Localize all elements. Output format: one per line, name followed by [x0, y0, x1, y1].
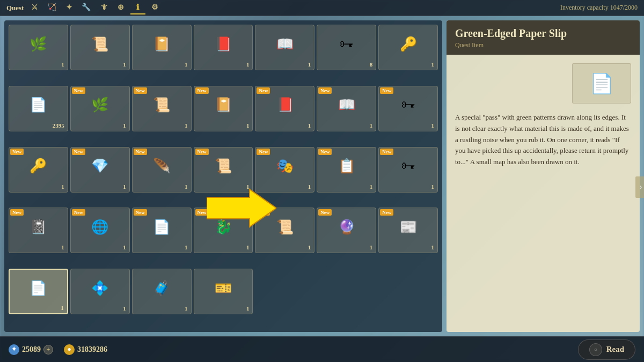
- item-slot-16[interactable]: New💎1: [70, 147, 130, 193]
- tab-weapon[interactable]: 🏹: [45, 2, 60, 14]
- item-count: 1: [183, 305, 189, 312]
- item-count: 1: [429, 244, 436, 251]
- read-button[interactable]: ○ Read: [578, 339, 635, 360]
- item-description: A special "pass" with green patterns dra…: [455, 112, 631, 326]
- item-count: 1: [60, 183, 66, 190]
- item-icon: 📕: [273, 88, 297, 122]
- item-count: 1: [245, 183, 251, 190]
- item-icon: 🗝: [397, 88, 420, 122]
- item-slot-8[interactable]: 📄2395: [9, 86, 68, 131]
- item-count: 1: [183, 244, 189, 251]
- tab-material[interactable]: 🗡: [96, 2, 111, 14]
- item-count: 2395: [51, 122, 66, 129]
- new-badge: New: [134, 149, 147, 155]
- item-slot-14[interactable]: New🗝1: [378, 86, 438, 131]
- item-count: 1: [306, 183, 313, 190]
- tab-food[interactable]: 🔧: [79, 2, 94, 14]
- currency-group: ✦ 25089 + ● 31839286: [9, 344, 107, 355]
- item-slot-15[interactable]: New🔑1: [9, 147, 68, 193]
- item-icon: 📜: [88, 27, 112, 61]
- item-slot-19[interactable]: New🎭1: [255, 147, 314, 193]
- item-icon: 📕: [211, 27, 235, 61]
- item-count: 1: [245, 305, 251, 312]
- detail-panel: Green-Edged Paper Slip Quest Item 📄 A sp…: [447, 20, 640, 332]
- item-icon: 🧳: [150, 271, 173, 305]
- new-badge: New: [195, 87, 209, 94]
- item-slot-3[interactable]: 📔1: [132, 25, 192, 70]
- item-slot-5[interactable]: 📖1: [255, 25, 314, 70]
- item-slot-24[interactable]: New📄1: [132, 208, 192, 253]
- item-icon: 🎫: [211, 271, 235, 305]
- tab-all[interactable]: ⚔: [27, 2, 42, 14]
- item-title: Green-Edged Paper Slip: [455, 27, 631, 40]
- item-icon: 📔: [211, 88, 235, 122]
- item-icon: 📋: [335, 149, 358, 183]
- item-slot-32[interactable]: 🎫1: [194, 269, 253, 314]
- new-badge: New: [72, 149, 85, 155]
- new-badge: New: [318, 209, 332, 216]
- item-icon: 🎭: [273, 149, 297, 183]
- item-icon: 📓: [26, 210, 50, 244]
- item-slot-17[interactable]: New🪶1: [132, 147, 192, 193]
- item-icon: 🗝: [397, 149, 420, 183]
- item-slot-9[interactable]: New🌿1: [70, 86, 130, 131]
- item-icon: 🌿: [88, 88, 112, 122]
- item-icon: 💠: [88, 271, 112, 305]
- item-slot-23[interactable]: New🌐1: [70, 208, 130, 253]
- new-badge: New: [10, 209, 24, 216]
- item-slot-25[interactable]: New🐉1: [194, 208, 253, 253]
- item-slot-13[interactable]: New📖1: [317, 86, 376, 131]
- item-count: 1: [429, 122, 436, 129]
- item-slot-28[interactable]: New📰1: [378, 208, 438, 253]
- item-slot-30[interactable]: 💠1: [70, 269, 130, 314]
- mora-value: 31839286: [77, 345, 107, 354]
- new-badge: New: [72, 209, 85, 216]
- item-slot-2[interactable]: 📜1: [70, 25, 130, 70]
- read-button-icon: ○: [589, 343, 602, 356]
- item-count: 8: [368, 61, 375, 68]
- item-slot-22[interactable]: New📓1: [9, 208, 68, 253]
- item-count: 1: [245, 122, 251, 129]
- new-badge: New: [380, 87, 393, 94]
- top-bar-left: Quest ⚔ 🏹 ✦ 🔧 🗡 ⊕ ℹ ⚙: [6, 2, 163, 14]
- detail-scroll-arrow[interactable]: ›: [635, 176, 644, 198]
- item-count: 1: [121, 244, 128, 251]
- item-icon: 📄: [26, 271, 50, 305]
- new-badge: New: [257, 209, 270, 216]
- item-icon: 📔: [150, 27, 173, 61]
- primogem-icon: ✦: [9, 344, 19, 355]
- detail-image-area: 📄: [455, 61, 631, 106]
- item-preview: 📄: [572, 63, 631, 104]
- detail-header: Green-Edged Paper Slip Quest Item: [447, 20, 640, 55]
- tab-info[interactable]: ℹ: [130, 2, 145, 14]
- item-slot-10[interactable]: New📜1: [132, 86, 192, 131]
- item-slot-18[interactable]: New📜1: [194, 147, 253, 193]
- primogem-item: ✦ 25089 +: [9, 344, 53, 355]
- item-slot-4[interactable]: 📕1: [194, 25, 253, 70]
- mora-icon: ●: [64, 344, 75, 355]
- add-primogem-button[interactable]: +: [43, 345, 53, 354]
- item-slot-1[interactable]: 🌿1: [9, 25, 68, 70]
- item-count: 1: [245, 244, 251, 251]
- item-slot-29[interactable]: 📄1: [9, 269, 68, 314]
- item-slot-26[interactable]: New📜1: [255, 208, 314, 253]
- item-slot-21[interactable]: New🗝1: [378, 147, 438, 193]
- tab-settings[interactable]: ⚙: [148, 2, 163, 14]
- item-slot-6[interactable]: 🗝8: [317, 25, 376, 70]
- item-count: 1: [121, 183, 128, 190]
- item-slot-31[interactable]: 🧳1: [132, 269, 192, 314]
- item-slot-20[interactable]: New📋1: [317, 147, 376, 193]
- item-count: 1: [368, 122, 375, 129]
- inventory-panel: 🌿1📜1📔1📕1📖1🗝8🔑1📄2395New🌿1New📜1New📔1New📕1N…: [4, 20, 442, 332]
- item-count: 1: [245, 61, 251, 68]
- item-slot-11[interactable]: New📔1: [194, 86, 253, 131]
- item-count: 1: [368, 244, 375, 251]
- item-slot-7[interactable]: 🔑1: [378, 25, 438, 70]
- item-icon: 🔮: [335, 210, 358, 244]
- tab-artifact[interactable]: ✦: [62, 2, 77, 14]
- item-slot-27[interactable]: New🔮1: [317, 208, 376, 253]
- new-badge: New: [134, 209, 147, 216]
- tab-quest[interactable]: ⊕: [113, 2, 128, 14]
- item-slot-12[interactable]: New📕1: [255, 86, 314, 131]
- item-count: 1: [60, 61, 66, 68]
